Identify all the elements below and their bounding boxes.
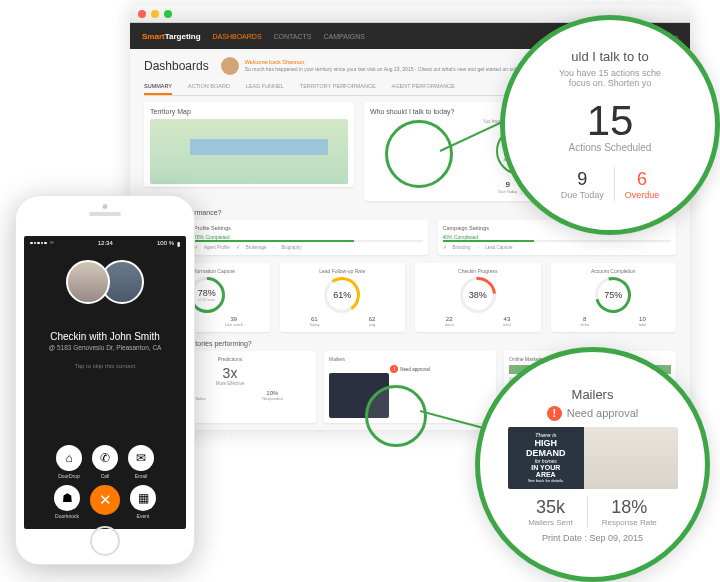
close-dot[interactable] [138, 10, 146, 18]
pred-f2l: Responded [262, 396, 282, 401]
map-title: Territory Map [150, 108, 348, 115]
min-dot[interactable] [151, 10, 159, 18]
mailer-preview[interactable]: There is HIGH DEMAND for homes IN YOUR A… [508, 427, 678, 489]
doorknock-label: Doorknock [55, 513, 79, 519]
dc1-sub2: focus on. Shorten yo [569, 78, 652, 88]
dc2-t6: AREA [536, 471, 556, 478]
g4-pct: 75% [604, 290, 622, 300]
email-icon: ✉ [128, 445, 154, 471]
mailers-sm-appr: Need approval [400, 367, 429, 372]
nav-campaigns[interactable]: CAMPAIGNS [324, 33, 366, 40]
gauge-followup[interactable]: Lead Follow-up Rate 61% 61Today62avg [280, 263, 406, 332]
nav-dashboards[interactable]: DASHBOARDS [213, 33, 262, 40]
g3-f2l: total [503, 322, 511, 327]
g3-f1l: done [445, 322, 454, 327]
doorknock-button[interactable]: ☗Doorknock [54, 485, 80, 519]
terr-title: How are my territories performing? [144, 340, 676, 347]
profile-title: Profile Settings [194, 225, 231, 231]
g2-f2l: avg [369, 322, 375, 327]
g3-pct: 38% [469, 290, 487, 300]
campaign-i2: Lead Capture [485, 245, 512, 250]
max-dot[interactable] [164, 10, 172, 18]
g2-f1l: Today [309, 322, 320, 327]
g4-f1l: done [580, 322, 589, 327]
who-title: Who should I talk to today? [370, 108, 454, 115]
checkin-address: @ 5183 Genovesio Dr, Pleasanton, CA [24, 344, 186, 351]
alert-icon: ! [390, 365, 398, 373]
campaign-title: Campaign Settings [443, 225, 489, 231]
action-wheel: ⌂DoorDrop ✆Call ✉Email ☗Doorknock ✕ ▦Eve… [24, 445, 186, 519]
nav-contacts[interactable]: CONTACTS [274, 33, 312, 40]
status-time: 12:34 [98, 240, 113, 246]
g2-title: Lead Follow-up Rate [285, 268, 401, 274]
doordrop-button[interactable]: ⌂DoorDrop [56, 445, 82, 479]
campaign-i1: Branding [453, 245, 471, 250]
tab-action-board[interactable]: ACTION BOARD [188, 79, 230, 95]
battery-icon: ▮ [177, 240, 180, 247]
calendar-icon: ▦ [130, 485, 156, 511]
brand[interactable]: SmartTargeting [142, 32, 201, 41]
gauge-account[interactable]: Account Completion 75% 8done10total [551, 263, 677, 332]
dc1-big: 15 [587, 100, 634, 142]
gauge-checkin[interactable]: Checkin Progress 38% 22done43total [415, 263, 541, 332]
email-button[interactable]: ✉Email [128, 445, 154, 479]
phone-icon: ✆ [92, 445, 118, 471]
profile-settings-card[interactable]: Profile Settings 70% Completed ✓Agent Pr… [189, 220, 428, 255]
close-button[interactable]: ✕ [90, 485, 120, 519]
mailer-photo [584, 427, 678, 489]
g3-title: Checkin Progress [420, 268, 536, 274]
zoom-source-2 [365, 385, 427, 447]
map-image[interactable] [150, 119, 348, 184]
dc2-resp-n: 18% [602, 497, 657, 518]
dc2-t5: IN YOUR [531, 464, 560, 471]
event-label: Event [137, 513, 150, 519]
dc1-due-n: 9 [561, 169, 604, 190]
dc1-lbl: Actions Scheduled [569, 142, 652, 153]
close-icon: ✕ [90, 485, 120, 515]
dc1-title: uld I talk to to [571, 49, 648, 64]
g4-title: Account Completion [556, 268, 672, 274]
detail-actions-circle: uld I talk to to You have 15 actions sch… [500, 15, 720, 235]
status-batt: 100 % [157, 240, 174, 246]
skip-link[interactable]: Tap to skip this contact [24, 363, 186, 369]
g4-f2l: total [639, 322, 647, 327]
tab-lead-funnel[interactable]: LEAD FUNNEL [246, 79, 284, 95]
dc2-sent-n: 35k [528, 497, 572, 518]
dc1-divider [614, 167, 615, 201]
g1-pct: 78% [198, 288, 216, 298]
call-label: Call [101, 473, 110, 479]
tab-territory-perf[interactable]: TERRITORY PERFORMANCE [300, 79, 376, 95]
page-title: Dashboards [144, 59, 209, 73]
alert-icon: ! [547, 406, 562, 421]
welcome-title: Welcome back Shannon, [245, 59, 544, 66]
dc2-resp-l: Response Rate [602, 518, 657, 527]
status-bar: ⌔ 12:34 100 %▮ [24, 236, 186, 250]
doorknock-icon: ☗ [54, 485, 80, 511]
doordrop-icon: ⌂ [56, 445, 82, 471]
due-today-n: 9 [498, 180, 517, 189]
dc2-divider [587, 497, 588, 527]
dc2-title: Mailers [572, 387, 614, 402]
dc1-due-l: Due Today [561, 190, 604, 200]
wifi-icon: ⌔ [50, 240, 54, 246]
welcome-body: So much has happened in your territory s… [245, 66, 544, 73]
dc1-sub1: You have 15 actions sche [559, 68, 661, 78]
profile-i2: Brokerage [246, 245, 267, 250]
dc2-t7: See back for details. [528, 478, 564, 483]
g2-pct: 61% [333, 290, 351, 300]
dc1-over-n: 6 [625, 169, 660, 190]
email-label: Email [135, 473, 148, 479]
tab-summary[interactable]: SUMMARY [144, 79, 172, 95]
profile-i1: Agent Profile [204, 245, 230, 250]
call-button[interactable]: ✆Call [92, 445, 118, 479]
dc1-over-l: Overdue [625, 190, 660, 200]
g1-f2l: Last week [225, 322, 243, 327]
contact-hero [24, 250, 186, 325]
phone-screen: ⌔ 12:34 100 %▮ Checkin with John Smith @… [24, 236, 186, 529]
dc2-t3: DEMAND [526, 448, 566, 458]
tab-agent-perf[interactable]: AGENT PERFORMANCE [392, 79, 455, 95]
territory-map-card: Territory Map [144, 102, 354, 187]
contact-avatar[interactable] [66, 260, 110, 304]
welcome-avatar [221, 57, 239, 75]
event-button[interactable]: ▦Event [130, 485, 156, 519]
